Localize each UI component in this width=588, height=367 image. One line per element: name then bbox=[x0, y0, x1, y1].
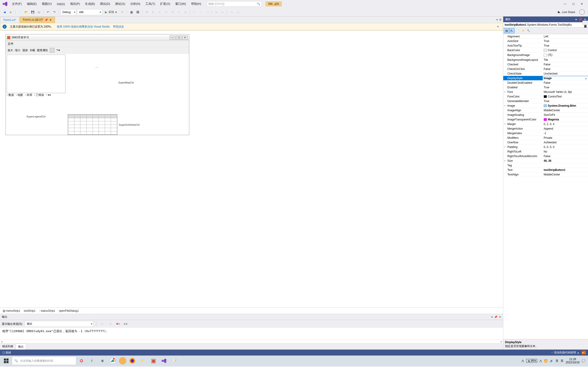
battery-indicator[interactable]: 🔌95% bbox=[526, 359, 537, 363]
prop-Image[interactable]: +ImageSystem.Drawing.Bitm bbox=[503, 103, 588, 108]
prop-value[interactable]: False bbox=[543, 62, 588, 67]
prop-ImageScaling[interactable]: ImageScalingSizeToFit bbox=[503, 113, 588, 117]
form-menustrip[interactable]: 文件 bbox=[6, 41, 189, 47]
prop-pages-icon[interactable]: 🔧 bbox=[526, 28, 531, 33]
platform-combo[interactable]: x86 bbox=[77, 9, 102, 15]
tab-form1-design[interactable]: Form1.cs [设计]*📌✕ bbox=[19, 17, 55, 23]
output-indent-left-icon[interactable]: ⇤ bbox=[99, 321, 105, 327]
prop-value[interactable]: 0, 0, 0, 0 bbox=[543, 145, 588, 149]
tool-full[interactable]: 全幅 bbox=[30, 48, 35, 52]
expand-icon[interactable]: + bbox=[503, 159, 506, 162]
new-button[interactable]: 📄 bbox=[17, 9, 23, 15]
menu-git[interactable]: Git(G) bbox=[54, 1, 67, 7]
prop-value[interactable]: (无) bbox=[543, 52, 588, 57]
toolstrip-redo-icon[interactable]: ↷▾ bbox=[56, 49, 60, 52]
tool-icon-1[interactable]: ▦ bbox=[128, 9, 134, 15]
prop-value[interactable]: MiddleCenter bbox=[543, 108, 588, 112]
menu-view[interactable]: 视图(V) bbox=[40, 0, 54, 7]
output-wrap-icon[interactable]: ≡↲ bbox=[123, 321, 129, 327]
open-button[interactable]: 📂 bbox=[23, 9, 29, 15]
prop-value[interactable]: AsNeeded bbox=[543, 140, 588, 144]
save-button[interactable]: 💾 bbox=[30, 9, 36, 15]
prop-value[interactable]: ControlText bbox=[543, 94, 588, 99]
align-center-icon[interactable]: ≡ bbox=[157, 9, 163, 15]
form-toolstrip[interactable]: 放大 缩小 漫游 全幅 图查属性 ↷▾ bbox=[6, 47, 189, 54]
redo-button[interactable]: ↷ bbox=[52, 9, 57, 15]
notepad-icon[interactable]: 📝 bbox=[170, 356, 179, 365]
form-tab-3d[interactable]: 三维场 bbox=[34, 93, 44, 97]
prop-value[interactable]: Control bbox=[543, 48, 588, 52]
toolstrip-image-button[interactable] bbox=[50, 48, 54, 52]
properties-object-combo[interactable]: toolStripButton1 System.Windows.Forms.To… bbox=[503, 22, 588, 27]
prop-value[interactable]: Unchecked bbox=[543, 72, 588, 76]
forward-button[interactable]: ▶ bbox=[8, 9, 14, 15]
size-icon-1[interactable]: ↔ bbox=[191, 9, 197, 15]
prop-value[interactable]: True bbox=[543, 85, 588, 90]
props-pin-icon[interactable]: 📌 bbox=[579, 18, 582, 21]
hscroll-right-icon[interactable]: ▸ bbox=[501, 340, 502, 343]
menu-help[interactable]: 帮助(H) bbox=[189, 0, 204, 7]
menu-analyze[interactable]: 分析(N) bbox=[128, 0, 143, 7]
prop-ImageTransparentColor[interactable]: ImageTransparentColorMagenta bbox=[503, 117, 588, 122]
tab-output[interactable]: 输出 bbox=[16, 344, 26, 350]
task-view-icon[interactable]: ⊞ bbox=[98, 356, 107, 365]
cortana-icon[interactable]: ⭕ bbox=[77, 356, 86, 365]
prop-value[interactable]: Left bbox=[543, 34, 588, 39]
menu-test[interactable]: 测试(S) bbox=[113, 0, 127, 7]
prop-Margin[interactable]: +Margin0, 2, 0, 4 bbox=[503, 122, 588, 126]
tab-error-list[interactable]: 错误列表 bbox=[0, 344, 16, 350]
taskbar-app-1[interactable] bbox=[119, 357, 126, 365]
prop-BackgroundImageLayout[interactable]: BackgroundImageLayoutTile bbox=[503, 58, 588, 62]
size-icon-3[interactable]: ⬚ bbox=[204, 9, 210, 15]
maximize-icon[interactable]: ◻ bbox=[572, 2, 575, 6]
space-icon-1[interactable]: ⫘ bbox=[213, 9, 219, 15]
prop-CheckState[interactable]: CheckStateUnchecked bbox=[503, 71, 588, 76]
powerpoint-icon[interactable]: ▣ bbox=[149, 356, 158, 365]
prop-BackgroundImage[interactable]: BackgroundImage(无) bbox=[503, 52, 588, 58]
prop-GenerateMember[interactable]: GenerateMemberTrue bbox=[503, 99, 588, 103]
live-share-button[interactable]: Live Share bbox=[555, 10, 577, 14]
props-dropdown-icon[interactable]: ▾ bbox=[575, 18, 577, 21]
diagnostic-tools-tab[interactable]: 诊断工具 bbox=[582, 21, 588, 25]
output-text[interactable]: 程序"[120988] SMOStudy01.exe"已退出，返回值为 -1 (… bbox=[0, 328, 503, 340]
prop-value[interactable]: -1 bbox=[543, 131, 588, 135]
form-close-icon[interactable]: ✕ bbox=[182, 35, 188, 40]
output-indent-right-icon[interactable]: ⇥ bbox=[107, 321, 113, 327]
prop-RightToLeft[interactable]: RightToLeftNo bbox=[503, 149, 588, 154]
back-button[interactable]: ◀ bbox=[1, 9, 7, 15]
pin-icon[interactable]: 📌 bbox=[44, 18, 48, 22]
menu-window[interactable]: 窗口(W) bbox=[173, 0, 188, 7]
prop-Text[interactable]: TexttoolStripButton1 bbox=[503, 168, 588, 172]
properties-page-icon[interactable]: 📄 bbox=[515, 28, 520, 33]
hot-reload-icon[interactable]: ⟳ bbox=[120, 9, 125, 15]
form-tab-layout[interactable]: 布局 bbox=[25, 93, 32, 97]
workspace-panel[interactable] bbox=[7, 55, 65, 93]
menu-debug[interactable]: 调试(D) bbox=[98, 0, 112, 7]
source-control-chevron-icon[interactable]: ▴ bbox=[578, 351, 579, 354]
menu-tools[interactable]: 工具(T) bbox=[143, 0, 157, 7]
solution-name[interactable]: SM...y01 bbox=[266, 1, 282, 6]
ribbon-icon[interactable]: 🎗 bbox=[87, 356, 96, 365]
prop-value[interactable]: Microsoft YaHei UI, 9pt bbox=[543, 90, 588, 94]
categorized-icon[interactable]: ▤ bbox=[504, 28, 509, 33]
form-maximize-icon[interactable]: ▢ bbox=[176, 35, 182, 40]
save-all-button[interactable]: 🗂 bbox=[36, 9, 42, 15]
wifi-icon[interactable]: 📶 bbox=[544, 359, 548, 362]
prop-value[interactable]: 0, 2, 0, 4 bbox=[543, 122, 588, 126]
prop-MergeAction[interactable]: MergeActionAppend bbox=[503, 126, 588, 131]
firefox-icon[interactable] bbox=[128, 356, 137, 365]
start-button[interactable] bbox=[1, 356, 11, 366]
tool-pan[interactable]: 漫游 bbox=[22, 48, 28, 52]
space-icon-2[interactable]: ⫗ bbox=[220, 9, 225, 15]
prop-MergeIndex[interactable]: MergeIndex-1 bbox=[503, 131, 588, 135]
tray-menustrip[interactable]: ▤ menuStrip1 bbox=[3, 309, 20, 312]
taskbar-search[interactable]: 🔍在这里输入你要搜索的内容 bbox=[12, 357, 76, 365]
expand-icon[interactable]: + bbox=[503, 90, 506, 94]
tray-openfiledialog[interactable]: openFileDialog1 bbox=[59, 309, 79, 312]
hscroll-left-icon[interactable]: ◂ bbox=[1, 340, 2, 343]
form-window[interactable]: SMO开发学习 — ▢ ✕ 文件 放大 缩小 漫游 全幅 图查属性 ↷▾ bbox=[6, 34, 189, 135]
tool-zoomin[interactable]: 放大 bbox=[8, 48, 13, 52]
source-control-button[interactable]: 添加到源代码管理 bbox=[554, 351, 576, 355]
tabs-dropdown-icon[interactable]: ▾ bbox=[496, 18, 498, 21]
prop-value[interactable]: True bbox=[543, 39, 588, 43]
